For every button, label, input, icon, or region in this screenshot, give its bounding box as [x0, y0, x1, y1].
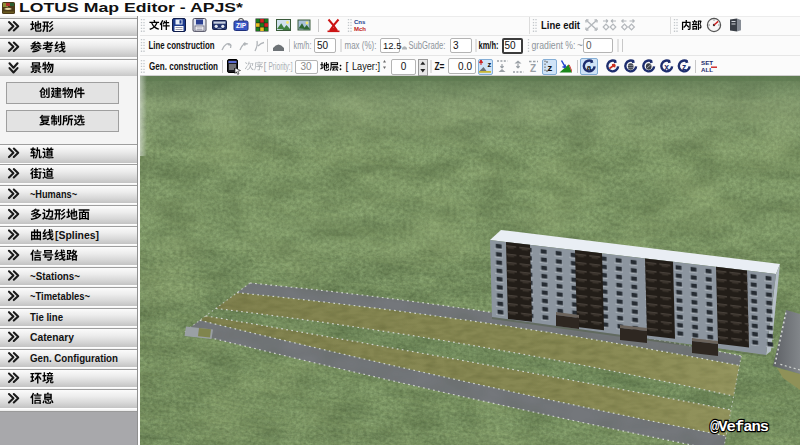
- svg-text:SET: SET: [701, 59, 713, 66]
- svg-text:[: [: [346, 60, 349, 72]
- svg-text:Line edit: Line edit: [541, 19, 580, 31]
- svg-text:Line construction: Line construction: [149, 39, 215, 51]
- svg-text:Mch: Mch: [354, 26, 366, 32]
- svg-text:Layer:]: Layer:]: [352, 60, 380, 72]
- svg-text:Gen. construction: Gen. construction: [149, 60, 218, 72]
- svg-text:~Humans~: ~Humans~: [30, 188, 77, 200]
- svg-text:~Stations~: ~Stations~: [30, 270, 81, 282]
- svg-text:0: 0: [401, 61, 407, 72]
- svg-text:Priority:]: Priority:]: [269, 61, 293, 72]
- svg-text:z: z: [548, 62, 553, 73]
- svg-text:50: 50: [505, 40, 517, 51]
- svg-text:z: z: [488, 60, 492, 69]
- svg-text:Z=: Z=: [435, 60, 445, 72]
- svg-text:Z: Z: [530, 63, 536, 74]
- svg-text:30: 30: [300, 61, 312, 72]
- svg-text:gradient %:: gradient %:: [532, 40, 576, 51]
- svg-text:ZIP: ZIP: [236, 22, 247, 29]
- svg-text:z: z: [682, 62, 686, 72]
- svg-text:12.5: 12.5: [383, 40, 402, 51]
- svg-text:km/h:: km/h:: [479, 40, 499, 51]
- svg-text:a: a: [587, 63, 592, 72]
- svg-text:[Splines]: [Splines]: [55, 229, 99, 241]
- svg-text:50: 50: [317, 40, 329, 51]
- svg-text:max (%):: max (%):: [345, 40, 377, 51]
- svg-text:km/h:: km/h:: [294, 40, 312, 51]
- svg-text:0: 0: [586, 40, 592, 51]
- svg-text:Catenary: Catenary: [30, 331, 75, 343]
- svg-text:~Timetables~: ~Timetables~: [30, 290, 90, 302]
- svg-text:Tie line: Tie line: [30, 311, 63, 323]
- svg-text:SubGrade:: SubGrade:: [409, 40, 446, 51]
- svg-text:[: [: [264, 61, 267, 72]
- svg-text:Gen. Configuration: Gen. Configuration: [30, 352, 118, 364]
- svg-text:~: ~: [577, 40, 583, 51]
- svg-text:0.0: 0.0: [458, 61, 472, 72]
- svg-text:3: 3: [453, 40, 459, 51]
- svg-text:Cns: Cns: [354, 19, 366, 25]
- svg-text:x: x: [664, 62, 669, 72]
- svg-text:LOTUS Map Editor - APJS*: LOTUS Map Editor - APJS*: [19, 0, 244, 15]
